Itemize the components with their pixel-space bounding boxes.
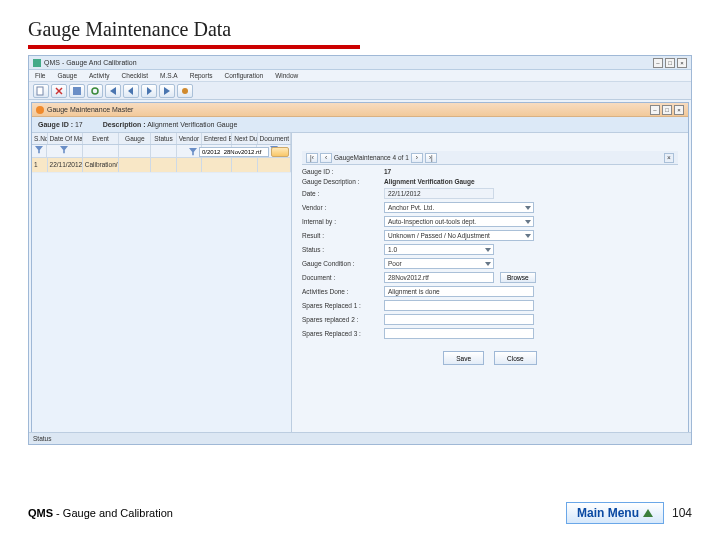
gauge-id-value: 17 bbox=[75, 121, 83, 128]
col-sno[interactable]: S.No. bbox=[32, 133, 48, 144]
document-field[interactable]: 28Nov2012.rtf bbox=[384, 272, 494, 283]
col-event[interactable]: Event bbox=[83, 133, 120, 144]
nav-label: GaugeMaintenance 4 of 1 bbox=[334, 154, 409, 161]
header-row: Gauge ID : 17 Description : Alignment Ve… bbox=[32, 117, 688, 133]
cell-event: Calibration/Preventive/Adjustment bbox=[83, 158, 120, 172]
svg-point-4 bbox=[92, 88, 98, 94]
form-spares2-label: Spares replaced 2 : bbox=[302, 316, 384, 323]
nav-close-icon[interactable]: × bbox=[664, 153, 674, 163]
description-label: Description : bbox=[103, 121, 146, 128]
main-menu-button[interactable]: Main Menu bbox=[566, 502, 664, 524]
save-button[interactable]: Save bbox=[443, 351, 484, 365]
slide-title: Gauge Maintenance Data bbox=[28, 18, 692, 41]
svg-marker-11 bbox=[60, 146, 68, 153]
menu-activity[interactable]: Activity bbox=[89, 72, 110, 79]
svg-marker-6 bbox=[128, 87, 133, 95]
form-gauge-id-label: Gauge ID : bbox=[302, 168, 384, 175]
inner-window: Gauge Maintenance Master – □ × Gauge ID … bbox=[31, 102, 689, 434]
col-doc[interactable]: Document bbox=[258, 133, 291, 144]
description-value: Alignment Verification Gauge bbox=[147, 121, 237, 128]
close-icon[interactable]: × bbox=[677, 58, 687, 68]
svg-marker-8 bbox=[164, 87, 170, 95]
col-status[interactable]: Status bbox=[151, 133, 176, 144]
inner-minimize-icon[interactable]: – bbox=[650, 105, 660, 115]
funnel-icon[interactable] bbox=[35, 146, 43, 154]
toolbar-save-icon[interactable] bbox=[69, 84, 85, 98]
menu-gauge[interactable]: Gauge bbox=[57, 72, 77, 79]
menu-window[interactable]: Window bbox=[275, 72, 298, 79]
form-action-label: Activities Done : bbox=[302, 288, 384, 295]
form-status-label: Status : bbox=[302, 246, 384, 253]
result-combo[interactable]: Unknown / Passed / No Adjustment bbox=[384, 230, 534, 241]
menu-config[interactable]: Configuration bbox=[224, 72, 263, 79]
menu-reports[interactable]: Reports bbox=[190, 72, 213, 79]
svg-marker-13 bbox=[189, 148, 197, 155]
spares2-field[interactable] bbox=[384, 314, 534, 325]
nav-next-icon[interactable]: › bbox=[411, 153, 423, 163]
toolbar-prev-icon[interactable] bbox=[123, 84, 139, 98]
col-entered[interactable]: Entered By bbox=[202, 133, 232, 144]
inner-window-title: Gauge Maintenance Master bbox=[47, 106, 133, 113]
menu-msa[interactable]: M.S.A bbox=[160, 72, 178, 79]
nav-prev-icon[interactable]: ‹ bbox=[320, 153, 332, 163]
toolbar-first-icon[interactable] bbox=[105, 84, 121, 98]
menubar: File Gauge Activity Checklist M.S.A Repo… bbox=[29, 70, 691, 82]
form-date-label: Date : bbox=[302, 190, 384, 197]
inner-maximize-icon[interactable]: □ bbox=[662, 105, 672, 115]
svg-marker-5 bbox=[110, 87, 116, 95]
nav-first-icon[interactable]: |‹ bbox=[306, 153, 318, 163]
grid-header: S.No. Date Of Maintenance Event Gauge St… bbox=[32, 133, 291, 145]
col-gauge[interactable]: Gauge bbox=[119, 133, 151, 144]
doc-filter-button[interactable] bbox=[271, 147, 289, 157]
form-gauge-id: 17 bbox=[384, 168, 391, 175]
status-combo[interactable]: 1.0 bbox=[384, 244, 494, 255]
nav-last-icon[interactable]: ›| bbox=[425, 153, 437, 163]
col-date[interactable]: Date Of Maintenance bbox=[48, 133, 83, 144]
activities-field[interactable]: Alignment is done bbox=[384, 286, 534, 297]
app-icon bbox=[33, 59, 41, 67]
toolbar bbox=[29, 82, 691, 100]
funnel-icon[interactable] bbox=[189, 148, 197, 156]
inner-close-icon[interactable]: × bbox=[674, 105, 684, 115]
main-menu-label: Main Menu bbox=[577, 506, 639, 520]
outer-titlebar: QMS - Gauge And Calibration – □ × bbox=[29, 56, 691, 70]
toolbar-delete-icon[interactable] bbox=[51, 84, 67, 98]
col-vendor[interactable]: Vendor bbox=[177, 133, 202, 144]
toolbar-new-icon[interactable] bbox=[33, 84, 49, 98]
date-field[interactable]: 22/11/2012 bbox=[384, 188, 494, 199]
up-arrow-icon bbox=[643, 509, 653, 517]
title-divider bbox=[28, 45, 360, 49]
svg-point-9 bbox=[182, 88, 188, 94]
vendor-combo[interactable]: Anchor Pvt. Ltd. bbox=[384, 202, 534, 213]
toolbar-gear-icon[interactable] bbox=[177, 84, 193, 98]
internal-combo[interactable]: Auto-Inspection out-tools dept. bbox=[384, 216, 534, 227]
svg-rect-3 bbox=[73, 87, 81, 95]
toolbar-last-icon[interactable] bbox=[159, 84, 175, 98]
toolbar-next-icon[interactable] bbox=[141, 84, 157, 98]
inner-titlebar: Gauge Maintenance Master – □ × bbox=[32, 103, 688, 117]
menu-file[interactable]: File bbox=[35, 72, 45, 79]
funnel-icon[interactable] bbox=[60, 146, 68, 154]
form-desc-label: Gauge Description : bbox=[302, 178, 384, 185]
svg-marker-7 bbox=[147, 87, 152, 95]
browse-button[interactable]: Browse bbox=[500, 272, 536, 283]
spares3-field[interactable] bbox=[384, 328, 534, 339]
form-result-label: Result : bbox=[302, 232, 384, 239]
menu-checklist[interactable]: Checklist bbox=[122, 72, 148, 79]
statusbar: Status bbox=[29, 432, 691, 444]
minimize-icon[interactable]: – bbox=[653, 58, 663, 68]
maximize-icon[interactable]: □ bbox=[665, 58, 675, 68]
form-internal-label: Internal by : bbox=[302, 218, 384, 225]
svg-rect-0 bbox=[37, 87, 43, 95]
condition-combo[interactable]: Poor bbox=[384, 258, 494, 269]
inner-window-icon bbox=[36, 106, 44, 114]
form-doc-label: Document : bbox=[302, 274, 384, 281]
table-row[interactable]: 1 22/11/2012 Calibration/Preventive/Adju… bbox=[32, 158, 291, 173]
form-vendor-label: Vendor : bbox=[302, 204, 384, 211]
toolbar-refresh-icon[interactable] bbox=[87, 84, 103, 98]
col-next[interactable]: Next Due bbox=[232, 133, 257, 144]
spares1-field[interactable] bbox=[384, 300, 534, 311]
form-desc: Alignment Verification Gauge bbox=[384, 178, 475, 185]
close-button[interactable]: Close bbox=[494, 351, 537, 365]
doc-filter-input[interactable] bbox=[199, 147, 269, 157]
